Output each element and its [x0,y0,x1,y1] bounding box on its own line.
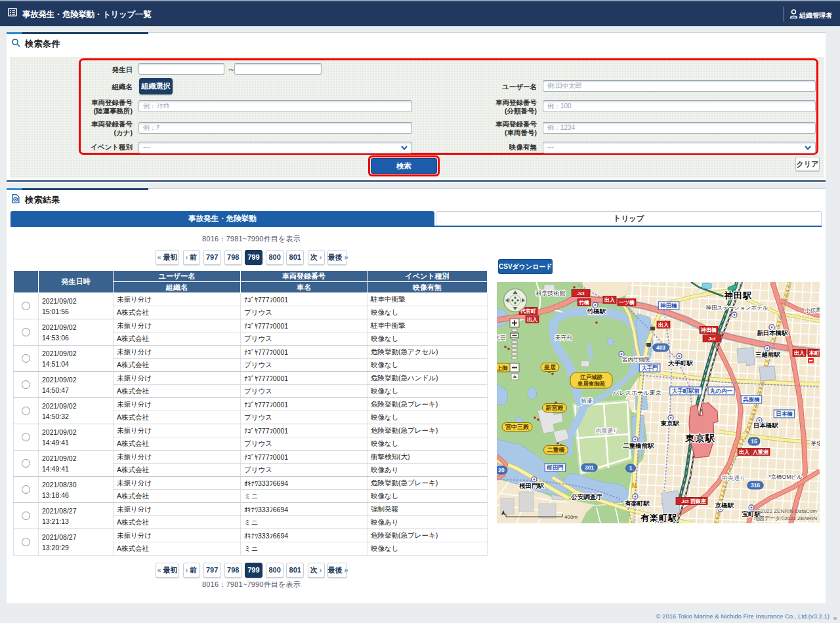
svg-text:有楽町駅: 有楽町駅 [640,513,677,523]
svg-text:日本橋駅: 日本橋駅 [753,422,779,429]
svg-text:出入: 出入 [527,317,538,323]
svg-text:中央通り: 中央通り [722,475,746,481]
svg-text:蛤濠: 蛤濠 [581,397,593,404]
svg-text:本町: 本町 [808,350,820,356]
svg-text:二重橋: 二重橋 [547,447,565,453]
svg-text:M: M [632,482,637,489]
svg-text:Jct: Jct [708,336,716,342]
svg-text:*京橋OMビル: *京橋OMビル [768,473,803,480]
svg-text:桜田門: 桜田門 [546,464,564,471]
svg-text:大手町駅前: 大手町駅前 [672,388,700,394]
svg-text:天守台: 天守台 [555,334,573,341]
svg-text:日本橋: 日本橋 [776,411,793,417]
svg-text:江戸城跡: 江戸城跡 [579,374,603,380]
svg-text:宮内庁病院: 宮内庁病院 [622,356,650,363]
svg-text:神田駅: 神田駅 [724,291,752,300]
svg-text:呉服橋: 呉服橋 [742,396,760,403]
svg-text:301: 301 [585,464,594,471]
svg-text:桜田門駅: 桜田門駅 [518,482,545,489]
svg-text:1: 1 [629,465,633,472]
svg-text:代田: 代田 [497,334,506,341]
svg-text:皇居東御苑: 皇居東御苑 [578,380,606,387]
svg-text:出入: 出入 [604,297,616,303]
svg-text:新宮殿: 新宮殿 [545,404,564,411]
svg-text:竹橋駅: 竹橋駅 [587,308,606,315]
svg-text:地図データ©2022 ZENRIN: 地図データ©2022 ZENRIN [753,515,817,521]
svg-text:大手門: 大手門 [641,365,658,371]
svg-text:神田ステーションホテル: 神田ステーションホテル [705,304,768,311]
svg-text:京橋駅: 京橋駅 [715,502,734,509]
svg-text:15: 15 [751,438,757,445]
svg-text:内堀通り: 内堀通り [595,428,619,434]
svg-text:403: 403 [656,344,665,351]
svg-text:20: 20 [498,467,505,473]
svg-text:出入: 出入 [794,350,805,356]
svg-text:上御: 上御 [497,365,508,371]
svg-text:宮中三殿: 宮中三殿 [505,423,530,430]
svg-text:科学技術館: 科学技術館 [536,290,566,296]
svg-text:出入: 出入 [739,449,750,455]
svg-text:©2022 ZENRIN DataCom: ©2022 ZENRIN DataCom [757,508,817,514]
svg-text:東京駅: 東京駅 [660,420,680,427]
svg-text:神田橋: 神田橋 [700,327,717,333]
svg-text:400m: 400m [564,514,578,520]
svg-text:茅場: 茅場 [811,440,820,447]
svg-text:一ツ橋: 一ツ橋 [619,300,635,306]
svg-text:Jct: Jct [681,498,689,504]
svg-text:東京駅: 東京駅 [685,433,715,443]
svg-text:竹橋: 竹橋 [578,300,589,306]
svg-text:丸の内一: 丸の内一 [709,388,733,394]
svg-text:Jct: Jct [577,291,585,296]
svg-text:有楽町駅: 有楽町駅 [624,500,650,507]
svg-text:三越前駅: 三越前駅 [755,351,781,358]
svg-text:公安調査庁: 公安調査庁 [570,493,602,500]
svg-text:小伝馬: 小伝馬 [805,307,820,313]
svg-text:大手町駅: 大手町駅 [668,359,694,367]
svg-text:316: 316 [751,482,760,489]
svg-text:皇居: 皇居 [543,364,556,371]
svg-text:神田橋: 神田橋 [660,302,677,309]
svg-text:パレスホテル東京: パレスホテル東京 [612,390,661,396]
svg-text:二重橋前駅: 二重橋前駅 [623,442,654,449]
svg-text:八重洲: 八重洲 [752,449,768,455]
svg-text:出入: 出入 [658,322,669,328]
svg-text:西銀座: 西銀座 [690,498,706,504]
svg-text:新日本橋駅: 新日本橋駅 [757,329,788,336]
